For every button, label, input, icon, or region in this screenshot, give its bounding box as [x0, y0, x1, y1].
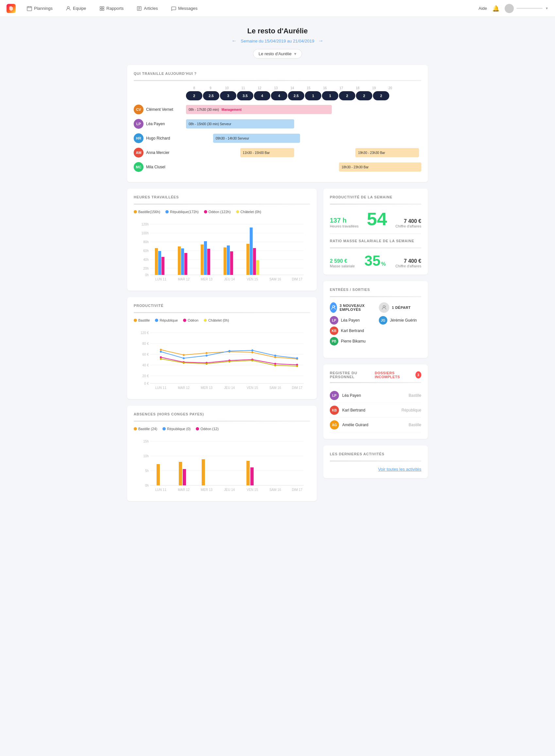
shift-clement[interactable]: 08h - 17h30 (30 min) Management [186, 105, 332, 114]
shift-time-anna-1: 11h30 - 15h00 Bar [243, 151, 270, 154]
svg-text:40 €: 40 € [142, 363, 149, 367]
bubble-2: 2 [186, 91, 202, 100]
depart-badge [379, 302, 389, 313]
svg-text:120h: 120h [141, 223, 149, 226]
schedule-row-hugo: HR Hugo Richard 09h30 - 14h30 Serveur [134, 132, 421, 144]
ratio-pct-value: 35 [365, 254, 380, 268]
svg-text:80h: 80h [143, 240, 149, 244]
nav-articles[interactable]: Articles [135, 5, 160, 12]
shift-lea[interactable]: 08h - 15h00 (30 min) Serveur [186, 119, 294, 128]
bubble-4a: 4 [254, 91, 270, 100]
svg-text:10h: 10h [143, 454, 149, 458]
tick-11: 11 [235, 86, 251, 90]
svg-rect-106 [183, 469, 186, 485]
svg-rect-36 [227, 246, 230, 275]
svg-point-117 [332, 306, 334, 308]
schedule-row-clement: CV Clément Vernet 08h - 17h30 (30 min) M… [134, 104, 421, 116]
svg-text:0h: 0h [145, 273, 149, 277]
abs-legend-label-bastille: Bastille (24) [138, 427, 157, 431]
schedule-row-lea: LP Léa Payen 08h - 15h00 (30 min) Serveu… [134, 118, 421, 130]
svg-text:5h: 5h [145, 469, 149, 473]
svg-text:40h: 40h [143, 258, 149, 262]
svg-rect-26 [155, 248, 158, 275]
employee-info-anna: AM Anna Mercier [134, 148, 186, 158]
nav-messages[interactable]: Messages [169, 5, 199, 12]
svg-text:120 €: 120 € [140, 331, 149, 335]
svg-text:VEN 15: VEN 15 [247, 386, 258, 390]
shift-time-anna-2: 19h30 - 23h30 Bar [358, 151, 385, 154]
prod-score: 54 [367, 210, 387, 228]
shift-mila[interactable]: 18h30 - 23h30 Bar [339, 163, 421, 172]
emp-name-mila: Mila Clusel [146, 165, 165, 169]
shift-anna-1[interactable]: 11h30 - 15h00 Bar [240, 148, 295, 157]
productivite-title: PRODUCTIVITÉ DE LA SEMAINE [330, 195, 421, 199]
tick-16: 16 [317, 86, 333, 90]
svg-rect-108 [247, 461, 250, 485]
bubble-2c: 2 [373, 91, 389, 100]
schedule-divider [134, 80, 421, 81]
schedule-row-mila: MC Mila Clusel 18h30 - 23h30 Bar [134, 161, 421, 173]
entry-name-lea: Léa Payen [341, 318, 359, 323]
shift-hugo[interactable]: 09h30 - 14h30 Serveur [213, 134, 300, 143]
location-dropdown[interactable]: Le resto d'Aurélie ▾ [253, 49, 302, 58]
svg-text:VEN 15: VEN 15 [247, 488, 258, 492]
svg-point-83 [183, 362, 185, 364]
svg-rect-105 [179, 462, 182, 485]
nav-help[interactable]: Aide [478, 6, 487, 11]
nouveaux-badge [330, 302, 337, 313]
svg-rect-104 [157, 464, 160, 485]
personnel-name-lea: Léa Payen [342, 393, 405, 398]
timeline-anna: 11h30 - 15h00 Bar 19h30 - 23h30 Bar [186, 147, 421, 159]
tick-17: 17 [333, 86, 349, 90]
nav-equipe[interactable]: Equipe [64, 5, 88, 12]
logo-icon[interactable] [6, 4, 16, 13]
prev-week-arrow[interactable]: ← [232, 38, 237, 44]
svg-text:SAM 16: SAM 16 [269, 488, 281, 492]
shift-anna-2[interactable]: 19h30 - 23h30 Bar [355, 148, 419, 157]
productivite-svg-chart: 120 € 80 € 60 € 40 € 20 € 0 € [134, 326, 310, 392]
page-title: Le resto d'Aurélie [127, 27, 428, 35]
personnel-loc-karl: République [401, 408, 421, 412]
tick-18: 18 [349, 86, 366, 90]
personnel-loc-lea: Bastille [409, 393, 421, 398]
emp-name-anna: Anna Mercier [146, 150, 169, 155]
avatar-personnel-karl: KB [330, 406, 339, 415]
svg-rect-5 [100, 6, 102, 8]
nav-plannings[interactable]: Plannings [25, 5, 54, 12]
tick-10: 10 [219, 86, 235, 90]
personnel-loc-amelie: Bastille [409, 423, 421, 427]
svg-rect-31 [184, 253, 187, 275]
abs-legend-republique: République (0) [163, 427, 190, 431]
absences-divider [134, 421, 310, 421]
week-nav[interactable]: ← Semaine du 15/04/2019 au 21/04/2019 → [127, 38, 428, 44]
main-content: HEURES TRAVAILLÉES Bastille(156h) Républ… [127, 189, 428, 507]
location-label: Le resto d'Aurélie [259, 51, 292, 56]
legend-label-republique: République(172h) [170, 210, 199, 214]
timeline-clement: 08h - 17h30 (30 min) Management [186, 104, 421, 116]
svg-point-61 [160, 349, 162, 351]
svg-point-62 [183, 354, 185, 356]
svg-rect-33 [204, 241, 207, 275]
prod-legend-republique: République [155, 318, 178, 322]
ratio-pct-suffix: % [381, 261, 386, 267]
nav-rapports[interactable]: Rapports [97, 5, 126, 12]
ratio-pct-display: 35 % [365, 254, 386, 268]
bubble-25: 2.5 [203, 91, 219, 100]
bell-icon[interactable]: 🔔 [492, 5, 500, 12]
avatar-lea: LP [134, 119, 143, 129]
entrees-section: ENTRÉES / SORTIES 3 NOUVEAUX EMPLOYÉS [323, 281, 428, 358]
svg-point-87 [274, 364, 276, 366]
productivite-chart-title: PRODUCTIVITÉ [134, 304, 310, 308]
svg-rect-41 [256, 260, 259, 275]
emp-name-hugo: Hugo Richard [146, 136, 170, 140]
activities-link[interactable]: Voir toutes les activités [378, 467, 421, 472]
tick-12: 12 [251, 86, 268, 90]
abs-legend-dot-odeon [196, 427, 199, 431]
next-week-arrow[interactable]: → [318, 38, 323, 44]
svg-text:MER 13: MER 13 [201, 386, 213, 390]
svg-point-4 [67, 6, 69, 8]
tick-8: 8 [186, 86, 202, 90]
svg-point-72 [251, 349, 253, 351]
user-menu[interactable]: ▼ [505, 4, 549, 13]
svg-text:15h: 15h [143, 440, 149, 443]
